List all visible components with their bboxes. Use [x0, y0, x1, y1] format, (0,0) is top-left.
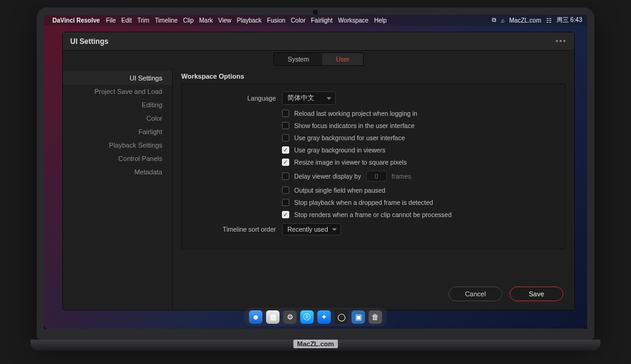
- dock-launchpad-icon[interactable]: ▦: [266, 310, 279, 324]
- option-row: Stop playback when a dropped frame is de…: [190, 199, 557, 206]
- option-row: Use gray background for user interface: [190, 134, 557, 141]
- option-row: Output single field when paused: [190, 187, 557, 194]
- site-label: MacZL.com: [510, 17, 541, 24]
- language-label: Language: [190, 95, 282, 102]
- dialog-footer: Cancel Save: [173, 279, 574, 310]
- option-row: Stop renders when a frame or clip cannot…: [190, 211, 557, 218]
- laptop-watermark: MacZL.com: [294, 340, 338, 348]
- checkbox[interactable]: [282, 187, 289, 194]
- option-row: Resize image in viewer to square pixels: [190, 159, 557, 166]
- option-label: Use gray background in viewers: [294, 146, 385, 154]
- option-row: Use gray background in viewers: [190, 146, 557, 154]
- option-label: Stop renders when a frame or clip cannot…: [294, 211, 452, 218]
- sidebar-item-playback-settings[interactable]: Playback Settings: [63, 138, 172, 152]
- option-label: Show focus indicators in the user interf…: [294, 122, 414, 129]
- checkbox[interactable]: [282, 199, 289, 206]
- checkbox[interactable]: [282, 134, 289, 141]
- row-delay: Delay viewer display by 0 frames: [190, 171, 557, 182]
- sidebar-item-editing[interactable]: Editing: [63, 98, 172, 112]
- app-name[interactable]: DaVinci Resolve: [52, 17, 100, 24]
- dock-folder-icon[interactable]: ▣: [352, 310, 365, 324]
- checkbox[interactable]: [282, 159, 289, 166]
- screenshot-icon[interactable]: ⧉: [492, 16, 496, 24]
- dock-resolve-icon[interactable]: ◯: [334, 310, 348, 324]
- menu-timeline[interactable]: Timeline: [155, 17, 178, 24]
- menu-playback[interactable]: Playback: [237, 17, 262, 24]
- save-button[interactable]: Save: [510, 287, 563, 301]
- cancel-button[interactable]: Cancel: [449, 287, 502, 301]
- menu-fairlight[interactable]: Fairlight: [311, 17, 333, 24]
- control-center-icon[interactable]: ☷: [546, 17, 552, 24]
- delay-checkbox[interactable]: [282, 173, 289, 180]
- option-label: Use gray background for user interface: [294, 134, 405, 141]
- delay-value[interactable]: 0: [366, 171, 387, 182]
- menu-edit[interactable]: Edit: [121, 17, 132, 24]
- tab-row: System User: [63, 51, 574, 68]
- sidebar-item-project-save-and-load[interactable]: Project Save and Load: [63, 85, 172, 98]
- dock-safari-icon[interactable]: ✦: [317, 310, 331, 324]
- dock-trash-icon[interactable]: 🗑: [369, 310, 382, 324]
- option-label: Reload last working project when logging…: [294, 110, 417, 117]
- delay-unit: frames: [392, 173, 411, 180]
- sort-select[interactable]: Recently used: [282, 223, 341, 235]
- option-label: Output single field when paused: [294, 187, 385, 194]
- search-icon[interactable]: ⌕: [501, 17, 505, 24]
- row-language: Language 简体中文: [190, 91, 557, 105]
- checkbox[interactable]: [282, 146, 289, 154]
- settings-sidebar: UI SettingsProject Save and LoadEditingC…: [63, 68, 173, 310]
- option-label: Resize image in viewer to square pixels: [294, 159, 406, 166]
- clock: 周三 6:43: [557, 16, 582, 24]
- dock-finder-icon[interactable]: ☻: [249, 310, 262, 324]
- titlebar: UI Settings •••: [63, 32, 574, 51]
- window-title: UI Settings: [70, 37, 109, 46]
- menu-workspace[interactable]: Workspace: [338, 17, 369, 24]
- dock-settings-icon[interactable]: ⚙: [283, 310, 297, 324]
- delay-label: Delay viewer display by: [294, 173, 361, 180]
- checkbox[interactable]: [282, 110, 289, 117]
- tab-system[interactable]: System: [274, 53, 322, 65]
- sidebar-item-color[interactable]: Color: [63, 112, 172, 125]
- option-row: Show focus indicators in the user interf…: [190, 122, 557, 129]
- option-label: Stop playback when a dropped frame is de…: [294, 199, 433, 206]
- workspace-options-panel: Language 简体中文 Reload last working projec…: [181, 84, 566, 249]
- language-select[interactable]: 简体中文: [282, 91, 336, 105]
- menu-trim[interactable]: Trim: [137, 17, 150, 24]
- macos-menubar: DaVinci Resolve FileEditTrimTimelineClip…: [44, 15, 587, 26]
- window-menu-icon[interactable]: •••: [555, 37, 567, 46]
- menu-fusion[interactable]: Fusion: [267, 17, 286, 24]
- menu-help[interactable]: Help: [374, 17, 387, 24]
- tab-user[interactable]: User: [322, 53, 362, 65]
- menu-file[interactable]: File: [106, 17, 116, 24]
- checkbox[interactable]: [282, 122, 289, 129]
- menu-color[interactable]: Color: [291, 17, 306, 24]
- menu-clip[interactable]: Clip: [183, 17, 193, 24]
- sidebar-item-metadata[interactable]: Metadata: [63, 165, 172, 179]
- sidebar-item-control-panels[interactable]: Control Panels: [63, 152, 172, 165]
- dock-appstore-icon[interactable]: Ⓐ: [300, 310, 314, 324]
- menu-view[interactable]: View: [218, 17, 232, 24]
- menu-mark[interactable]: Mark: [199, 17, 212, 24]
- row-sort: Timeline sort order Recently used: [190, 223, 557, 235]
- sort-label: Timeline sort order: [190, 226, 282, 233]
- checkbox[interactable]: [282, 211, 289, 218]
- sidebar-item-fairlight[interactable]: Fairlight: [63, 125, 172, 138]
- dock: ☻ ▦ ⚙ Ⓐ ✦ ◯ ▣ 🗑: [244, 308, 387, 326]
- settings-window: UI Settings ••• System User UI SettingsP…: [62, 32, 575, 310]
- option-row: Reload last working project when logging…: [190, 110, 557, 117]
- section-title: Workspace Options: [173, 68, 574, 84]
- sidebar-item-ui-settings[interactable]: UI Settings: [63, 71, 172, 85]
